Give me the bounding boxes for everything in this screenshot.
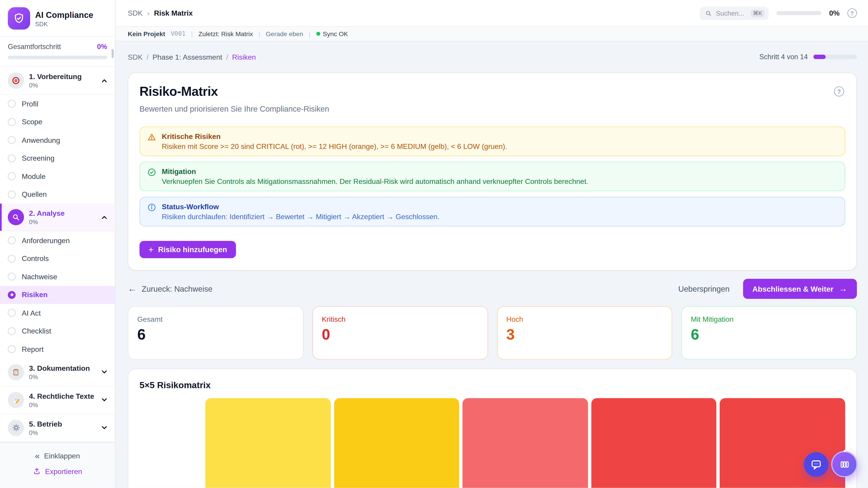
section-percent: 0% <box>29 219 95 225</box>
radio-selected-icon <box>8 291 16 299</box>
info-circle-icon <box>147 203 156 212</box>
version-badge: V001 <box>170 30 185 37</box>
section-header-analyse[interactable]: 2. Analyse 0% <box>0 203 115 231</box>
topbar-breadcrumb: SDK › Risk Matrix <box>128 9 193 17</box>
radio-icon <box>8 309 16 317</box>
sidebar-footer: « Einklappen Exportieren <box>0 442 115 488</box>
search-input[interactable]: Suchen... ⌘K <box>700 6 769 20</box>
sidebar-item-anforderungen[interactable]: Anforderungen <box>0 231 115 250</box>
matrix-cell[interactable] <box>591 398 717 488</box>
stat-value: 6 <box>137 326 294 344</box>
stat-label: Kritisch <box>322 315 478 323</box>
sidebar-item-quellen[interactable]: Quellen <box>0 186 115 203</box>
search-placeholder: Suchen... <box>716 9 747 17</box>
matrix-cell[interactable] <box>334 398 459 488</box>
sidebar-item-checklist[interactable]: Checklist <box>0 322 115 340</box>
matrix-row-label-gutter <box>140 398 202 488</box>
section-header-dokumentation[interactable]: 3. Dokumentation 0% <box>0 358 115 386</box>
check-circle-icon <box>147 168 156 177</box>
sidebar-item-module[interactable]: Module <box>0 167 115 185</box>
sync-ok-dot <box>316 32 320 36</box>
app-title: AI Compliance <box>35 10 93 19</box>
stat-card-hoch: Hoch 3 <box>497 306 673 360</box>
step-label: Schritt 4 von 14 <box>759 53 808 61</box>
sidebar-item-risiken-active[interactable]: Risiken <box>0 286 115 304</box>
warning-icon <box>147 133 156 141</box>
breadcrumb-root[interactable]: SDK <box>128 9 143 17</box>
page-title: Risiko-Matrix <box>140 84 845 99</box>
collapse-sidebar-button[interactable]: « Einklappen <box>35 451 80 460</box>
info-box-text: Risiken mit Score >= 20 sind CRITICAL (r… <box>162 142 507 151</box>
sidebar-item-label: Nachweise <box>22 272 57 281</box>
radio-icon <box>8 236 16 245</box>
export-button[interactable]: Exportieren <box>33 467 82 475</box>
overall-progress-track <box>8 56 107 59</box>
info-box-mitigation: Mitigation Verknuepfen Sie Controls als … <box>140 162 845 191</box>
risk-matrix-card: Risiko-Matrix Bewerten und priorisieren … <box>128 72 857 270</box>
chat-fab-button[interactable] <box>804 452 829 477</box>
radio-icon <box>8 345 16 353</box>
section-header-betrieb[interactable]: 5. Betrieb 0% <box>0 414 115 442</box>
section-header-rechtliche-texte[interactable]: 4. Rechtliche Texte 0% <box>0 386 115 414</box>
info-box-text: Verknuepfen Sie Controls als Mitigations… <box>162 177 588 186</box>
radio-icon <box>8 154 16 162</box>
plus-icon: + <box>148 246 153 254</box>
section-percent: 0% <box>29 82 95 89</box>
matrix-cell[interactable] <box>205 398 331 488</box>
app-subtitle: SDK <box>35 20 93 27</box>
breadcrumb-current-risiken: Risiken <box>232 53 256 61</box>
sidebar-item-ai-act[interactable]: AI Act <box>0 304 115 322</box>
sidebar-scrollbar[interactable] <box>112 49 114 58</box>
sidebar-item-report[interactable]: Report <box>0 340 115 358</box>
finish-next-button[interactable]: Abschliessen & Weiter → <box>743 279 857 299</box>
sidebar-item-label: Anwendung <box>22 136 60 144</box>
back-button[interactable]: ← Zurueck: Nachweise <box>128 284 213 294</box>
step-progress-track <box>813 55 857 59</box>
sidebar-item-profil[interactable]: Profil <box>0 95 115 113</box>
divider: | <box>191 31 193 37</box>
stat-value: 3 <box>506 326 663 344</box>
upload-icon <box>33 467 41 475</box>
shield-logo-icon <box>8 7 30 30</box>
radio-icon <box>8 172 16 180</box>
section-items: Anforderungen Controls Nachweise Risiken… <box>0 231 115 358</box>
sidebar-item-screening[interactable]: Screening <box>0 149 115 167</box>
info-box-title: Kritische Risiken <box>162 132 507 140</box>
back-label: Zurueck: Nachweise <box>142 285 213 293</box>
panels-fab-button[interactable] <box>831 451 857 477</box>
magnifier-icon <box>8 209 24 225</box>
matrix-cell[interactable] <box>720 398 845 488</box>
sidebar-item-controls[interactable]: Controls <box>0 250 115 267</box>
app-root: AI Compliance SDK Gesamtfortschritt 0% 1… <box>0 0 868 488</box>
matrix-cell[interactable] <box>463 398 588 488</box>
stat-value: 6 <box>691 326 847 344</box>
breadcrumb-sdk[interactable]: SDK <box>128 53 143 61</box>
arrow-left-icon: ← <box>128 284 136 294</box>
target-icon <box>8 72 24 89</box>
sidebar-item-scope[interactable]: Scope <box>0 113 115 131</box>
overall-progress: Gesamtfortschritt 0% <box>0 37 115 67</box>
radio-icon <box>8 100 16 108</box>
sidebar-item-nachweise[interactable]: Nachweise <box>0 268 115 286</box>
stats-row: Gesamt 6 Kritisch 0 Hoch 3 Mit Mitigatio… <box>128 306 857 360</box>
notification-dot <box>843 450 845 452</box>
chevron-up-icon <box>100 213 108 221</box>
radio-icon <box>8 136 16 144</box>
statusbar: Kein Projekt V001 | Zuletzt: Risk Matrix… <box>116 27 868 41</box>
add-risk-button[interactable]: + Risiko hinzufuegen <box>140 241 236 258</box>
card-help-icon[interactable]: ? <box>834 87 844 96</box>
help-icon[interactable]: ? <box>847 8 857 18</box>
search-shortcut-badge: ⌘K <box>751 9 765 17</box>
section-header-vorbereitung[interactable]: 1. Vorbereitung 0% <box>0 67 115 95</box>
sidebar-item-label: Risiken <box>22 291 48 299</box>
main-area: SDK › Risk Matrix Suchen... ⌘K 0% ? Kein… <box>116 0 868 488</box>
section-percent: 0% <box>29 429 95 436</box>
sidebar-item-anwendung[interactable]: Anwendung <box>0 131 115 149</box>
memo-icon <box>8 392 24 408</box>
breadcrumb-phase[interactable]: Phase 1: Assessment <box>153 53 222 61</box>
clipboard-icon <box>8 364 24 380</box>
sidebar-item-label: Quellen <box>22 190 47 199</box>
skip-button[interactable]: Ueberspringen <box>678 285 730 293</box>
sidebar-item-label: Controls <box>22 254 49 263</box>
chevron-down-icon <box>100 424 108 432</box>
